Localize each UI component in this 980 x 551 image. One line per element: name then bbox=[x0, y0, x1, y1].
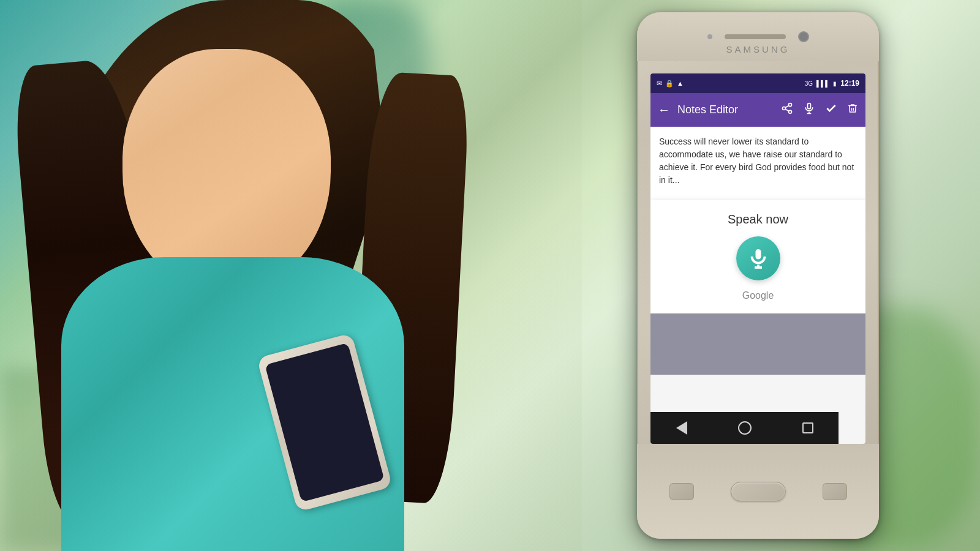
samsung-brand-label: SAMSUNG bbox=[726, 44, 790, 54]
mic-button[interactable] bbox=[736, 236, 780, 280]
svg-point-2 bbox=[789, 110, 792, 113]
app-toolbar: ← Notes Editor bbox=[650, 93, 865, 127]
share-icon[interactable] bbox=[781, 102, 793, 118]
bottom-soft-buttons bbox=[669, 482, 847, 501]
trash-icon[interactable] bbox=[847, 102, 858, 118]
home-button-physical[interactable] bbox=[731, 482, 786, 501]
status-time: 12:19 bbox=[840, 79, 859, 88]
samsung-phone-device: SAMSUNG ✉ 🔒 ▲ 3G ▌▌▌ ▮ 12:19 bbox=[637, 12, 879, 539]
status-bar: ✉ 🔒 ▲ 3G ▌▌▌ ▮ 12:19 bbox=[650, 73, 865, 93]
back-button[interactable]: ← bbox=[658, 103, 670, 117]
sensor-dot bbox=[707, 34, 712, 39]
status-icons-left: ✉ 🔒 ▲ bbox=[657, 80, 684, 88]
nav-back-button[interactable] bbox=[676, 421, 687, 435]
svg-rect-5 bbox=[808, 103, 811, 109]
soft-btn-right[interactable] bbox=[823, 483, 847, 500]
svg-point-1 bbox=[783, 107, 786, 110]
notes-text: Success will never lower its standard to… bbox=[659, 135, 857, 187]
svg-point-0 bbox=[789, 103, 792, 107]
battery-icon: ▮ bbox=[833, 80, 837, 87]
svg-line-3 bbox=[785, 109, 789, 111]
soft-btn-left[interactable] bbox=[669, 483, 694, 500]
mic-toolbar-icon[interactable] bbox=[803, 102, 815, 118]
location-icon: ▲ bbox=[677, 80, 684, 87]
toolbar-title: Notes Editor bbox=[677, 103, 774, 116]
envelope-icon: ✉ bbox=[657, 80, 662, 88]
toolbar-action-icons bbox=[781, 102, 858, 118]
check-icon[interactable] bbox=[825, 102, 837, 118]
signal-icon: ▌▌▌ bbox=[816, 80, 829, 87]
speak-now-dialog: Speak now Google bbox=[650, 200, 865, 313]
speak-now-title: Speak now bbox=[728, 212, 788, 227]
status-icons-right: 3G ▌▌▌ ▮ 12:19 bbox=[805, 79, 859, 88]
notes-content[interactable]: Success will never lower its standard to… bbox=[650, 127, 865, 200]
phone-camera bbox=[798, 31, 809, 42]
person-area bbox=[0, 0, 582, 551]
network-icon: 3G bbox=[805, 80, 813, 87]
google-label: Google bbox=[742, 290, 774, 301]
lock-icon: 🔒 bbox=[665, 80, 674, 88]
svg-line-4 bbox=[785, 105, 789, 107]
android-nav-bar bbox=[650, 412, 839, 444]
nav-recent-button[interactable] bbox=[802, 422, 813, 433]
nav-home-button[interactable] bbox=[738, 421, 752, 435]
phone-bottom bbox=[637, 444, 879, 539]
phone-speaker bbox=[725, 34, 786, 39]
svg-rect-8 bbox=[755, 249, 761, 260]
screen-overlay bbox=[650, 313, 865, 375]
phone-screen: ✉ 🔒 ▲ 3G ▌▌▌ ▮ 12:19 ← Notes Editor bbox=[650, 73, 865, 444]
